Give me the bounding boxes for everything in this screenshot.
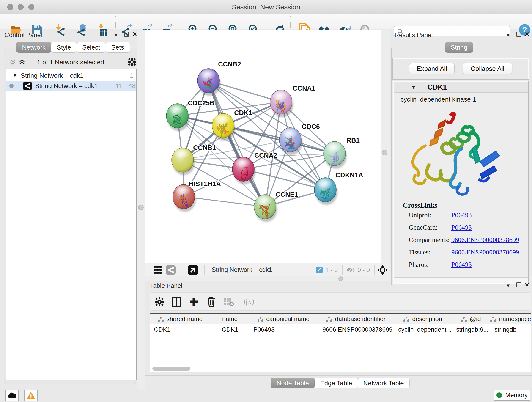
network-graph[interactable]: CCNB2CCNA1CDC25BCDK1CDC6RB1CCNB1CCNA2CDK… xyxy=(145,30,381,263)
crosslink-pharos-link[interactable]: P06493 xyxy=(451,261,472,268)
network-node-rb1[interactable]: RB1 xyxy=(323,137,360,169)
memory-label: Memory xyxy=(505,392,528,399)
toolbar-separator xyxy=(115,16,116,27)
column-header-id[interactable]: @id xyxy=(452,314,490,324)
column-type-icon xyxy=(404,317,409,322)
delete-column-trash-icon[interactable] xyxy=(205,295,218,308)
right-splitter[interactable] xyxy=(381,30,390,281)
network-node-count: 11 xyxy=(116,82,122,89)
column-type-icon xyxy=(258,317,264,322)
collapse-all-chevron-icon[interactable] xyxy=(9,59,17,65)
right-splitter-handle[interactable] xyxy=(382,150,387,155)
entry-collapse-caret-icon[interactable]: ▼ xyxy=(411,84,416,90)
memory-button[interactable]: Memory xyxy=(494,390,530,401)
import-table-file-icon[interactable] xyxy=(97,23,109,36)
table-cell[interactable]: CDK1 xyxy=(211,325,249,335)
tab-network-table[interactable]: Network Table xyxy=(358,378,410,389)
function-builder-icon[interactable]: f(x) xyxy=(240,295,258,308)
table-cell[interactable]: stringdb:9... xyxy=(452,325,490,335)
network-view-statusbar: String Network – cdk1 ✓ 1 - 0 0 - 0 xyxy=(145,263,381,276)
network-edge[interactable] xyxy=(209,81,265,207)
collapse-all-button[interactable]: Collapse All xyxy=(463,63,512,74)
results-panel-float-icon[interactable] xyxy=(514,31,523,38)
control-panel-menu-caret[interactable]: ▼ xyxy=(111,32,120,38)
network-edge[interactable] xyxy=(184,197,265,207)
tab-string[interactable]: String xyxy=(445,42,473,53)
grid-view-icon[interactable] xyxy=(153,266,162,274)
network-row-selected[interactable]: String Network – cdk1 11 48 xyxy=(6,81,136,91)
table-cell[interactable]: stringdb xyxy=(490,325,531,335)
network-list: ▼ String Network – cdk1 1 String Network… xyxy=(6,69,137,380)
tab-style[interactable]: Style xyxy=(51,42,77,53)
table-cell[interactable]: 9606.ENSP00000378699 xyxy=(318,325,394,335)
crosslink-label: Tissues: xyxy=(409,249,430,256)
selected-items-checkbox-icon[interactable]: ✓ xyxy=(316,267,323,274)
add-column-icon[interactable] xyxy=(187,295,200,308)
expand-all-chevron-icon[interactable] xyxy=(18,59,26,65)
select-columns-icon[interactable] xyxy=(170,295,183,308)
network-options-gear-icon[interactable] xyxy=(128,58,136,66)
tab-sets[interactable]: Sets xyxy=(106,42,130,53)
table-cell[interactable]: CDK1 xyxy=(150,325,211,335)
network-node-cdc6[interactable]: CDC6 xyxy=(279,123,320,155)
tab-network[interactable]: Network xyxy=(16,42,51,53)
network-node-ccnb1[interactable]: CCNB1 xyxy=(172,144,216,175)
import-network-database-icon[interactable] xyxy=(75,23,88,36)
tab-select[interactable]: Select xyxy=(76,42,106,53)
network-node-hist1h1a[interactable]: HIST1H1A xyxy=(173,180,221,212)
hidden-items-eye-icon[interactable] xyxy=(346,266,355,274)
current-network-dot-icon xyxy=(9,84,13,88)
node-label: CCNB2 xyxy=(218,61,241,68)
node-table[interactable]: shared name name canonical name database… xyxy=(150,313,531,372)
column-header-description[interactable]: description xyxy=(394,314,452,324)
birdseye-view-icon[interactable] xyxy=(188,265,198,275)
column-header-database-identifier[interactable]: database identifier xyxy=(318,314,394,324)
crosslink-genecard-link[interactable]: P06493 xyxy=(451,224,472,231)
node-label: CCNB1 xyxy=(193,144,216,151)
cloud-button[interactable] xyxy=(6,390,19,401)
delete-table-icon[interactable] xyxy=(222,295,235,308)
network-node-ccna1[interactable]: CCNA1 xyxy=(270,85,316,117)
column-header-namespace[interactable]: namespace xyxy=(490,314,531,324)
horizontal-splitter-handle[interactable] xyxy=(338,276,343,281)
results-panel-close-icon[interactable]: × xyxy=(522,30,532,38)
network-node-ccne1[interactable]: CCNE1 xyxy=(254,191,298,222)
fit-content-crosshair-icon[interactable] xyxy=(378,265,388,275)
left-splitter-handle[interactable] xyxy=(138,205,144,210)
table-settings-gear-icon[interactable] xyxy=(153,295,166,308)
table-panel-close-icon[interactable]: × xyxy=(522,281,532,289)
table-panel-menu-caret[interactable]: ▼ xyxy=(504,283,513,289)
column-type-icon xyxy=(326,317,332,322)
table-cell[interactable]: P06493 xyxy=(249,325,318,335)
tab-edge-table[interactable]: Edge Table xyxy=(314,378,358,389)
expand-collapse-box: Expand All Collapse All xyxy=(392,58,529,80)
column-header-shared-name[interactable]: shared name xyxy=(150,314,211,324)
crosslink-tissues-link[interactable]: 9606.ENSP00000378699 xyxy=(451,249,519,256)
network-node-cdk1[interactable]: CDK1 xyxy=(212,109,252,141)
control-panel-float-icon[interactable] xyxy=(122,31,131,38)
crosslink-uniprot-link[interactable]: P06493 xyxy=(451,211,472,219)
tree-expand-caret-icon[interactable]: ▼ xyxy=(13,73,17,78)
table-cell[interactable]: cyclin–dependent ... xyxy=(394,325,452,335)
table-toolbar: f(x) xyxy=(150,293,531,311)
crosslink-compartments-link[interactable]: 9606.ENSP00000378699 xyxy=(451,236,519,244)
column-type-icon xyxy=(490,317,496,322)
expand-all-button[interactable]: Expand All xyxy=(409,63,455,74)
column-header-canonical-name[interactable]: canonical name xyxy=(249,314,318,324)
crosslinks-heading: CrossLinks xyxy=(403,201,437,210)
table-panel-float-icon[interactable] xyxy=(514,282,523,289)
warnings-button[interactable] xyxy=(24,390,38,401)
import-network-file-icon[interactable] xyxy=(54,23,67,36)
table-horizontal-scrollbar[interactable] xyxy=(152,367,190,370)
network-node-cdkn1a[interactable]: CDKN1A xyxy=(314,172,363,205)
column-header-name[interactable]: name xyxy=(211,314,249,324)
entry-scrollbar-track[interactable] xyxy=(394,277,528,283)
results-panel-menu-caret[interactable]: ▼ xyxy=(504,32,513,38)
result-entry-header[interactable]: ▼ CDK1 xyxy=(394,82,528,93)
left-splitter[interactable] xyxy=(137,30,145,389)
network-collection-row[interactable]: ▼ String Network – cdk1 1 xyxy=(6,70,136,81)
string-network-icon xyxy=(23,82,32,90)
share-view-icon[interactable] xyxy=(166,265,176,275)
network-canvas[interactable]: CCNB2CCNA1CDC25BCDK1CDC6RB1CCNB1CCNA2CDK… xyxy=(145,30,381,263)
tab-node-table[interactable]: Node Table xyxy=(271,378,315,389)
